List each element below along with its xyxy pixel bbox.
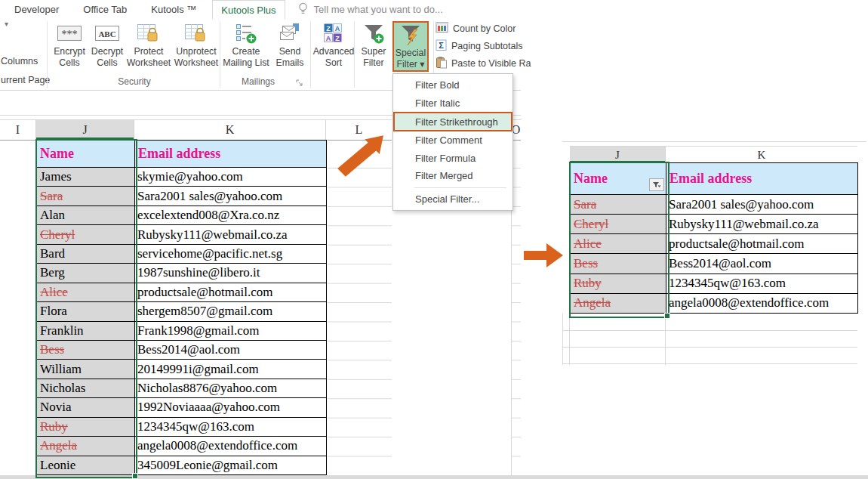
name-cell[interactable]: Franklin <box>37 322 135 341</box>
fill-handle[interactable] <box>132 473 138 479</box>
button-label: Protect Worksheet <box>125 46 172 69</box>
table-row: Ruby1234345qw@163.com <box>37 418 328 437</box>
button-label: Create Mailing List <box>222 46 270 69</box>
tab-kutools[interactable]: Kutools ™ <box>143 0 205 19</box>
table-row: SaraSara2001 sales@yahoo.com <box>37 187 328 206</box>
name-cell[interactable]: Bess <box>37 341 135 360</box>
name-cell[interactable]: Bess <box>571 254 666 273</box>
button-label: Special Filter ▾ <box>394 48 427 70</box>
sigma-icon: Σ <box>436 39 448 54</box>
button-label: Send Emails <box>270 46 309 69</box>
gridlines-column-O <box>512 168 521 476</box>
menu-item-filter-formula[interactable]: Filter Formula <box>393 150 512 168</box>
email-cell[interactable]: Nicholas8876@yahoo.com <box>135 379 327 398</box>
menu-item-filter-bold[interactable]: Filter Bold <box>393 76 512 94</box>
email-cell[interactable]: 1992Noviaaaa@yahoo.com <box>135 398 327 417</box>
name-cell[interactable]: James <box>37 168 135 187</box>
menu-item-filter-strikethrough[interactable]: Filter Strikethrough <box>393 112 512 131</box>
menu-item-filter-comment[interactable]: Filter Comment <box>393 131 512 150</box>
header-cell-name[interactable]: Name <box>571 162 666 195</box>
dialog-launcher-icon[interactable] <box>296 76 303 90</box>
email-cell[interactable]: productsale@hotmail.com <box>135 283 327 302</box>
chevron-down-icon[interactable]: ▾ <box>5 20 8 28</box>
create-mailing-list-button[interactable]: Create Mailing List <box>222 21 270 71</box>
advanced-sort-button[interactable]: ZAAZAdvanced Sort <box>312 21 355 71</box>
paste-to-visible-ra-button[interactable]: Paste to Visible Ra <box>436 57 531 70</box>
name-cell[interactable]: Sara <box>571 195 666 215</box>
column-header-K[interactable]: K <box>666 147 857 163</box>
sheet-lock-icon <box>184 22 208 45</box>
email-cell[interactable]: 1987sunshine@libero.it <box>135 264 327 283</box>
partial-button-columns[interactable]: Columns <box>1 56 38 66</box>
menu-item-special-filter[interactable]: Special Filter... <box>393 190 512 209</box>
email-cell[interactable]: 1234345qw@163.com <box>135 418 327 437</box>
name-cell[interactable]: Ruby <box>37 418 135 437</box>
special-filter-dropdown-menu: Filter BoldFilter ItalicFilter Strikethr… <box>392 73 513 211</box>
email-cell[interactable]: excelextend008@Xra.co.nz <box>135 206 327 225</box>
name-cell[interactable]: Cheryl <box>571 215 666 234</box>
column-header-K[interactable]: K <box>134 120 326 140</box>
paging-subtotals-button[interactable]: ΣPaging Subtotals <box>436 39 523 53</box>
email-cell[interactable]: shergem8507@gmail.com <box>135 302 327 321</box>
tell-me-box[interactable]: Tell me what you want to do... <box>297 0 443 19</box>
table-row: Leonie345009Leonie@gmail.com <box>37 456 328 475</box>
encrypt-cells-button[interactable]: ***Encrypt Cells <box>50 21 89 71</box>
send-emails-button[interactable]: Send Emails <box>270 21 309 71</box>
name-cell[interactable]: Alice <box>571 234 666 254</box>
name-cell[interactable]: Sara <box>37 187 135 206</box>
name-cell[interactable]: Angela <box>571 294 666 314</box>
name-cell[interactable]: Nicholas <box>37 379 135 398</box>
name-cell[interactable]: Leonie <box>37 456 135 475</box>
email-cell[interactable]: skymie@yahoo.com <box>135 168 327 187</box>
partial-button-current-page[interactable]: urrent Page <box>1 75 50 85</box>
name-cell[interactable]: Ruby <box>571 274 666 294</box>
tab-kutools-plus[interactable]: Kutools Plus <box>212 0 285 19</box>
header-cell-name[interactable]: Name <box>37 140 135 168</box>
header-cell-email[interactable]: Email address <box>135 140 327 168</box>
email-cell[interactable]: 20149991i@gmail.com <box>135 360 327 379</box>
super-filter-button[interactable]: Super Filter <box>355 21 392 71</box>
name-cell[interactable]: Bard <box>37 245 135 264</box>
mailings-group-buttons: Create Mailing ListSend Emails <box>222 21 309 72</box>
name-cell[interactable]: Flora <box>37 302 135 321</box>
protect-worksheet-button[interactable]: Protect Worksheet <box>125 21 172 71</box>
name-cell[interactable]: Cheryl <box>37 225 135 244</box>
menu-item-filter-merged[interactable]: Filter Merged <box>393 167 512 185</box>
gridline <box>562 314 563 365</box>
name-cell[interactable]: Alan <box>37 206 135 225</box>
email-cell[interactable]: 345009Leonie@gmail.com <box>135 456 327 475</box>
tab-office-tab[interactable]: Office Tab <box>75 0 135 19</box>
email-cell[interactable]: angela0008@extendoffice.com <box>135 437 327 456</box>
name-cell[interactable]: Angela <box>37 437 135 456</box>
column-header-J[interactable]: J <box>570 147 666 163</box>
decrypt-cells-button[interactable]: ABCDecrypt Cells <box>89 21 125 71</box>
email-cell[interactable]: Bess2014@aol.com <box>666 254 858 273</box>
header-email-text: Email address <box>138 146 220 162</box>
header-cell-email[interactable]: Email address <box>666 162 858 195</box>
menu-item-filter-italic[interactable]: Filter Italic <box>393 94 512 113</box>
count-by-color-button[interactable]: Count by Color <box>436 22 516 36</box>
special-filter-button[interactable]: Special Filter ▾ <box>392 21 429 72</box>
email-cell[interactable]: Bess2014@aol.com <box>135 341 327 360</box>
tab-developer[interactable]: Developer <box>6 0 67 19</box>
email-cell[interactable]: 1234345qw@163.com <box>666 274 858 294</box>
email-cell[interactable]: servicehome@pacific.net.sg <box>135 245 327 264</box>
name-cell[interactable]: Novia <box>37 398 135 417</box>
table-row: Jamesskymie@yahoo.com <box>37 168 328 187</box>
column-header-J[interactable]: J <box>36 120 134 140</box>
email-cell[interactable]: angela0008@extendoffice.com <box>666 294 858 314</box>
email-cell[interactable]: Sara2001 sales@yahoo.com <box>135 187 327 206</box>
autofilter-button[interactable] <box>649 178 664 191</box>
email-cell[interactable]: Sara2001 sales@yahoo.com <box>666 195 858 215</box>
unprotect-worksheet-button[interactable]: Unprotect Worksheet <box>172 21 220 71</box>
fill-handle[interactable] <box>664 313 670 319</box>
name-cell[interactable]: Alice <box>37 283 135 302</box>
name-cell[interactable]: William <box>37 360 135 379</box>
email-cell[interactable]: Rubysky111@webmail.co.za <box>135 225 327 244</box>
email-cell[interactable]: productsale@hotmail.com <box>666 234 858 254</box>
column-header-I[interactable]: I <box>0 120 36 140</box>
table-row: BessBess2014@aol.com <box>37 341 328 360</box>
email-cell[interactable]: Frank1998@gmail.com <box>135 322 327 341</box>
name-cell[interactable]: Berg <box>37 264 135 283</box>
email-cell[interactable]: Rubysky111@webmail.co.za <box>666 215 858 234</box>
